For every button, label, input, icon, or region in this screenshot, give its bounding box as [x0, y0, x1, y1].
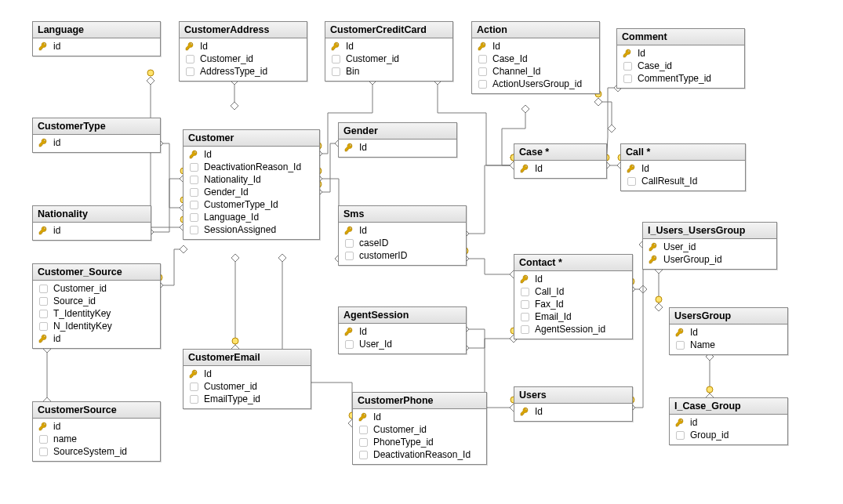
col-customer-id: Id [183, 148, 319, 161]
col-agentsession-user_id: User_Id [339, 338, 466, 350]
col-customerphone-id: Id [353, 411, 486, 423]
column-icon [332, 67, 340, 76]
entity-customerphone[interactable]: CustomerPhoneIdCustomer_idPhoneType_idDe… [352, 392, 487, 465]
entity-customercreditcard[interactable]: CustomerCreditCardIdCustomer_idBin [325, 21, 453, 82]
col-contact-call_id: Call_Id [514, 285, 632, 298]
entity-title-call: Call * [621, 144, 745, 161]
column-name: Case_Id [492, 53, 528, 64]
entity-users[interactable]: UsersId [514, 386, 633, 422]
col-agentsession-id: Id [339, 325, 466, 338]
entity-gender[interactable]: GenderId [338, 122, 457, 158]
column-icon [345, 239, 354, 248]
column-name: id [53, 41, 60, 52]
col-iusersusersgroup-user_id: User_id [643, 241, 776, 253]
column-name: name [53, 433, 77, 444]
column-icon [478, 80, 487, 89]
column-icon [190, 176, 198, 184]
key-icon [520, 407, 529, 416]
entity-comment[interactable]: CommentIdCase_idCommentType_id [616, 28, 745, 89]
entity-customeremail[interactable]: CustomerEmailIdCustomer_idEmailType_id [183, 349, 311, 409]
col-icasegroup-group_id: Group_id [670, 429, 787, 441]
column-icon [39, 297, 48, 306]
column-name: AddressType_id [200, 66, 267, 77]
col-usersgroup-id: Id [670, 326, 787, 339]
entity-title-customeraddress: CustomerAddress [180, 22, 307, 38]
col-customercreditcard-bin: Bin [325, 65, 452, 78]
col-customer-customertype_id: CustomerType_Id [183, 198, 319, 211]
column-name: Id [638, 48, 645, 59]
key-icon [649, 242, 658, 252]
column-name: N_IdentityKey [53, 321, 112, 332]
column-name: PhoneType_id [373, 437, 434, 448]
column-name: Fax_Id [535, 299, 564, 310]
col-action-actionusersgroup_id: ActionUsersGroup_id [472, 78, 599, 90]
col-customer-deactivationreason_id: DeactivationReason_Id [183, 161, 319, 173]
key-icon [358, 412, 368, 422]
entity-action[interactable]: ActionIdCase_IdChannel_IdActionUsersGrou… [471, 21, 600, 94]
column-name: DeactivationReason_Id [204, 161, 301, 172]
column-icon [190, 395, 198, 404]
entity-iusersusersgroup[interactable]: I_Users_UsersGroupUser_idUserGroup_id [642, 222, 777, 270]
col-action-channel_id: Channel_Id [472, 65, 599, 78]
col-customer-sessionassigned: SessionAssigned [183, 223, 319, 236]
entity-agentsession[interactable]: AgentSessionIdUser_Id [338, 306, 467, 354]
key-icon [520, 274, 529, 284]
entity-usersgroup[interactable]: UsersGroupIdName [669, 307, 788, 355]
entity-title-case: Case * [514, 144, 606, 161]
entity-contact[interactable]: Contact *IdCall_IdFax_IdEmail_IdAgentSes… [514, 254, 633, 339]
entity-customer_source[interactable]: Customer_SourceCustomer_idSource_idT_Ide… [32, 263, 161, 349]
column-name: Id [346, 41, 354, 52]
entity-title-customersource: CustomerSource [33, 402, 160, 419]
entity-customer[interactable]: CustomerIdDeactivationReason_IdNationali… [183, 129, 320, 240]
column-name: Customer_id [373, 424, 427, 435]
column-icon [190, 201, 198, 209]
column-name: CallResult_Id [641, 176, 697, 187]
col-contact-email_id: Email_Id [514, 310, 632, 323]
entity-title-comment: Comment [617, 29, 744, 45]
column-icon [676, 341, 685, 350]
column-name: Id [535, 163, 543, 174]
entity-case[interactable]: Case *Id [514, 143, 607, 179]
entity-nationality[interactable]: Nationalityid [32, 205, 151, 241]
col-icasegroup-id: id [670, 416, 787, 429]
key-icon [331, 42, 340, 51]
column-name: Id [492, 41, 500, 52]
col-comment-case_id: Case_id [617, 60, 744, 72]
entity-title-nationality: Nationality [33, 206, 151, 223]
column-name: Customer_id [200, 53, 253, 64]
col-customer-gender_id: Gender_Id [183, 186, 319, 198]
col-customer_source-customer_id: Customer_id [33, 282, 160, 295]
column-icon [190, 226, 198, 234]
entity-customersource[interactable]: CustomerSourceidnameSourceSystem_id [32, 401, 161, 462]
key-icon [344, 226, 354, 235]
column-name: T_IdentityKey [53, 308, 111, 319]
column-name: User_Id [359, 339, 392, 350]
svg-point-0 [147, 70, 154, 76]
entity-sms[interactable]: SmsIdcaseIDcustomerID [338, 205, 467, 266]
entity-customeraddress[interactable]: CustomerAddressIdCustomer_idAddressType_… [179, 21, 307, 82]
column-name: Source_id [53, 296, 96, 306]
column-name: SourceSystem_id [53, 446, 127, 457]
entity-call[interactable]: Call *IdCallResult_Id [620, 143, 746, 191]
col-customer_source-n_identitykey: N_IdentityKey [33, 320, 160, 332]
entity-language[interactable]: Languageid [32, 21, 161, 56]
column-name: UserGroup_id [663, 254, 722, 265]
column-icon [478, 55, 487, 63]
col-customer-language_id: Language_Id [183, 211, 319, 223]
col-customer_source-source_id: Source_id [33, 295, 160, 307]
column-name: User_id [663, 241, 696, 252]
column-name: Id [535, 406, 543, 417]
entity-customertype[interactable]: CustomerTypeid [32, 118, 161, 153]
column-icon [521, 288, 529, 296]
key-icon [38, 334, 48, 343]
key-icon [520, 164, 529, 173]
col-contact-id: Id [514, 273, 632, 285]
col-customerphone-deactivationreason_id: DeactivationReason_Id [353, 448, 486, 461]
column-name: Id [535, 274, 543, 285]
entity-icasegroup[interactable]: I_Case_GroupidGroup_id [669, 397, 788, 445]
column-icon [190, 383, 198, 391]
col-contact-fax_id: Fax_Id [514, 298, 632, 310]
entity-title-gender: Gender [339, 123, 456, 140]
column-icon [186, 67, 194, 76]
col-usersgroup-name: Name [670, 339, 787, 351]
